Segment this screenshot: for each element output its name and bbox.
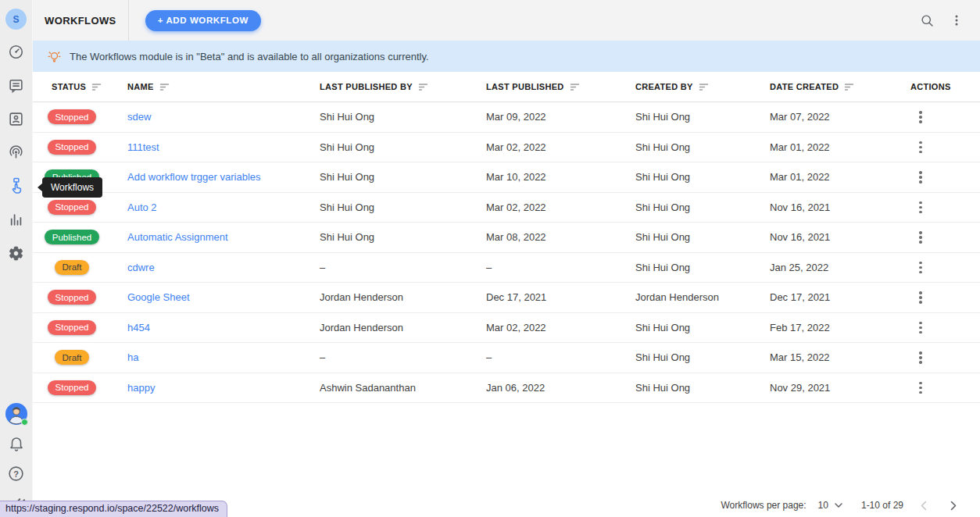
kebab-dot (919, 322, 922, 325)
table-row[interactable]: Stopped Google Sheet Jordan Henderson De… (33, 283, 980, 313)
last-published-by-cell: Shi Hui Ong (320, 171, 486, 183)
workflow-name-link[interactable]: Auto 2 (127, 201, 157, 213)
date-created-cell: Mar 07, 2022 (770, 111, 910, 123)
table-row[interactable]: Stopped h454 Jordan Henderson Mar 02, 20… (33, 313, 980, 344)
row-actions-button[interactable] (911, 228, 930, 247)
table-row[interactable]: Published Automatic Assignment Shi Hui O… (33, 223, 980, 253)
row-actions-button[interactable] (911, 348, 930, 367)
lightbulb-icon (47, 49, 62, 64)
svg-text:?: ? (13, 469, 19, 478)
workspace-avatar[interactable]: S (5, 9, 27, 30)
workflow-name-link[interactable]: cdwre (127, 262, 155, 273)
table-row[interactable]: Draft ha – – Shi Hui Ong Mar 15, 2022 (33, 343, 980, 373)
table-row[interactable]: Published Add workflow trgger variables … (33, 162, 980, 193)
row-actions-button[interactable] (911, 378, 930, 397)
table-row[interactable]: Stopped sdew Shi Hui Ong Mar 09, 2022 Sh… (33, 102, 980, 133)
notifications-bell-icon (9, 436, 24, 451)
kebab-dot (919, 291, 922, 294)
workflow-name-link[interactable]: Add workflow trgger variables (127, 171, 261, 183)
workflow-name-link[interactable]: happy (127, 382, 155, 394)
link-status-bar: https://staging.respond.io/space/22522/w… (0, 501, 227, 517)
kebab-dot (919, 176, 922, 179)
column-header[interactable]: LAST PUBLISHED (486, 82, 635, 91)
kebab-dot (919, 241, 922, 244)
sidebar-item-messages[interactable] (5, 74, 27, 96)
user-avatar (5, 403, 27, 425)
pagination-bar: Workflows per page: 10 1-10 of 29 (721, 494, 980, 517)
row-actions-button[interactable] (911, 108, 930, 127)
sidebar-item-workflows[interactable] (5, 175, 27, 197)
sidebar-item-dashboard[interactable] (5, 41, 27, 62)
sort-icon[interactable] (91, 83, 102, 91)
row-actions-button[interactable] (911, 168, 930, 187)
sort-icon[interactable] (159, 83, 170, 91)
created-by-cell: Jordan Henderson (635, 291, 770, 303)
sidebar-item-help[interactable]: ? (5, 462, 27, 484)
workflows-table: STATUS NAME LAST PUBLISHED BY LAST PUBLI… (33, 72, 980, 403)
table-row[interactable]: Stopped 111test Shi Hui Ong Mar 02, 2022… (33, 133, 980, 163)
column-header-label: STATUS (52, 82, 86, 91)
last-published-cell: – (486, 351, 635, 363)
workflow-name-link[interactable]: h454 (127, 322, 150, 333)
kebab-dot (919, 151, 922, 154)
created-by-cell: Shi Hui Ong (635, 141, 770, 153)
column-header-label: ACTIONS (910, 82, 951, 91)
sidebar-item-settings[interactable] (5, 242, 27, 264)
sort-icon[interactable] (570, 83, 580, 91)
row-actions-button[interactable] (911, 198, 930, 216)
date-created-cell: Nov 16, 2021 (770, 201, 910, 213)
kebab-dot (919, 211, 922, 214)
column-header-label: CREATED BY (635, 82, 693, 91)
workflow-name-link[interactable]: Google Sheet (127, 291, 190, 303)
last-published-cell: Mar 02, 2022 (486, 322, 635, 333)
column-header[interactable]: LAST PUBLISHED BY (320, 82, 486, 91)
table-row[interactable]: Draft cdwre – – Shi Hui Ong Jan 25, 2022 (33, 253, 980, 283)
last-published-by-cell: – (320, 262, 486, 273)
next-page-button[interactable] (946, 497, 961, 513)
column-header[interactable]: NAME (127, 82, 320, 91)
per-page-dropdown[interactable] (835, 503, 842, 508)
sidebar-item-profile[interactable] (5, 403, 27, 425)
column-header[interactable]: CREATED BY (635, 82, 770, 91)
sidebar-item-notifications[interactable] (5, 433, 27, 455)
table-row[interactable]: Stopped Auto 2 Shi Hui Ong Mar 02, 2022 … (33, 193, 980, 223)
table-header-row: STATUS NAME LAST PUBLISHED BY LAST PUBLI… (33, 72, 980, 102)
status-badge: Stopped (48, 290, 97, 305)
sidebar-item-reports[interactable] (5, 209, 27, 230)
previous-page-button[interactable] (916, 497, 932, 513)
row-actions-button[interactable] (911, 318, 930, 337)
workflow-name-link[interactable]: ha (127, 351, 138, 363)
sidebar-item-broadcast[interactable] (5, 141, 27, 163)
add-workflow-button[interactable]: + ADD WORKFLOW (145, 10, 261, 31)
column-header[interactable]: STATUS (52, 82, 127, 91)
chevron-down-icon (835, 503, 842, 508)
sort-icon[interactable] (844, 83, 854, 91)
reports-icon (8, 212, 24, 228)
column-header-label: NAME (127, 82, 154, 91)
date-created-cell: Mar 15, 2022 (770, 351, 910, 363)
column-header[interactable]: ACTIONS (910, 82, 961, 91)
last-published-cell: Dec 17, 2021 (486, 291, 635, 303)
sidebar-item-contacts[interactable] (5, 108, 27, 130)
last-published-cell: Mar 02, 2022 (486, 201, 635, 213)
kebab-dot (919, 387, 922, 390)
sidebar: S (0, 0, 33, 517)
created-by-cell: Shi Hui Ong (635, 322, 770, 333)
row-actions-button[interactable] (911, 137, 930, 156)
workflow-name-link[interactable]: Automatic Assignment (127, 231, 228, 243)
workflow-name-link[interactable]: 111test (127, 141, 159, 153)
column-header[interactable]: DATE CREATED (770, 82, 910, 91)
per-page-value[interactable]: 10 (818, 500, 828, 511)
beta-banner-text: The Workflows module is in "Beta" and is… (70, 51, 429, 62)
table-row[interactable]: Stopped happy Ashwin Sadananthan Jan 06,… (33, 373, 980, 404)
row-actions-button[interactable] (911, 288, 930, 307)
kebab-dot (919, 351, 922, 355)
workflow-name-link[interactable]: sdew (127, 111, 151, 123)
column-header-label: LAST PUBLISHED (486, 82, 564, 91)
row-actions-button[interactable] (911, 258, 930, 276)
more-options-button[interactable] (947, 11, 966, 30)
sort-icon[interactable] (699, 83, 709, 91)
last-published-by-cell: Jordan Henderson (320, 322, 486, 333)
sort-icon[interactable] (418, 83, 428, 91)
search-button[interactable] (917, 11, 936, 30)
